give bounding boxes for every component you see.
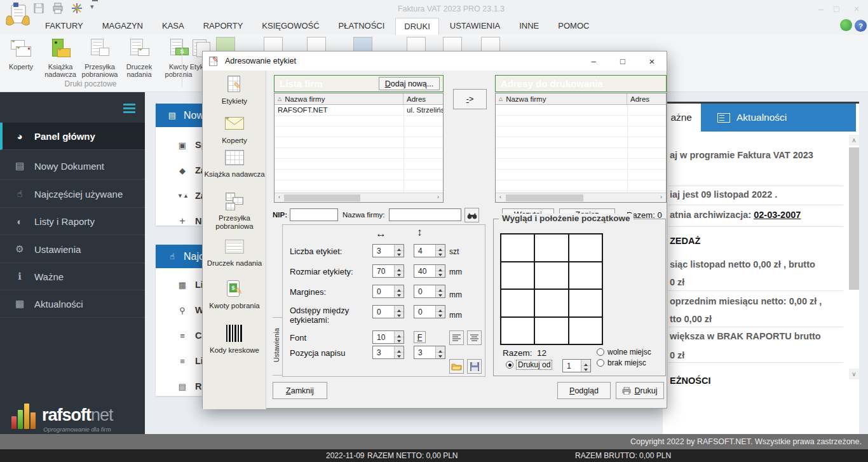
font-size-spinner[interactable]: 10 [372, 330, 404, 344]
align-left-button[interactable] [449, 330, 464, 345]
column-header-nazwa-firmy[interactable]: △ Nazwa firmy [275, 93, 403, 104]
menu-faktury[interactable]: FAKTURY [37, 18, 92, 35]
dialog-title-bar[interactable]: ✎ Adresowanie etykiet – □ × [203, 51, 667, 71]
print-icon[interactable] [52, 3, 64, 14]
font-button[interactable]: F [414, 331, 426, 343]
liczba-etykiet-y-spinner[interactable]: 4 [414, 244, 445, 257]
menu-raporty[interactable]: RAPORTY [195, 18, 252, 35]
ribbon-przesylka-pobraniowa[interactable]: Przesyłka pobraniowa [80, 37, 119, 78]
horizontal-scrollbar[interactable]: ‹ › [275, 193, 443, 202]
zamknij-button[interactable]: Zamknij [273, 382, 327, 399]
dodaj-nowa-button[interactable]: Dodaj nową... [379, 77, 440, 90]
brak-miejsc-radio[interactable]: brak miejsc [597, 358, 646, 367]
sort-icon: △ [278, 96, 281, 102]
scroll-right-icon[interactable]: › [657, 194, 665, 200]
hamburger-menu-icon[interactable] [123, 104, 135, 113]
nip-input[interactable] [290, 208, 338, 221]
pozycja-y-spinner[interactable]: 3 [414, 346, 445, 359]
news-scroll-thumb[interactable] [849, 147, 859, 290]
rail-item-druczek-nadania[interactable]: Druczek nadania [203, 238, 266, 268]
odstepy-label: Odstępy między etykietami: [290, 306, 369, 325]
news-scroll-down[interactable]: ∨ [849, 369, 859, 379]
liczba-etykiet-x-spinner[interactable]: 3 [372, 244, 404, 257]
ribbon-koperty[interactable]: Koperty [1, 37, 41, 71]
label-layout-grid[interactable] [500, 233, 603, 345]
drukuj-button[interactable]: Drukuj [616, 382, 664, 399]
rail-item-koperty[interactable]: Koperty [203, 115, 266, 145]
rail-item-przesylka-pobraniowa[interactable]: Przesyłka pobraniowa [203, 193, 266, 231]
globe-icon[interactable] [840, 19, 852, 31]
column-header-adres[interactable]: Adres [627, 93, 666, 104]
scroll-right-icon[interactable]: › [434, 194, 442, 200]
scroll-left-icon[interactable]: ‹ [275, 194, 283, 200]
sidebar-item-aktualnosci[interactable]: ▦ Aktualności [0, 290, 145, 318]
sidebar-item-najczesciej-uzywane[interactable]: ☝ Najczęściej używane [0, 180, 145, 208]
help-icon[interactable]: ? [855, 20, 867, 32]
menu-pomoc[interactable]: POMOC [550, 18, 597, 35]
ribbon-ksiazka-nadawcza[interactable]: Książka nadawcza [41, 37, 80, 78]
floppy-icon [470, 362, 479, 371]
dialog-close-button[interactable]: × [637, 51, 667, 71]
odstepy-x-spinner[interactable]: 0 [372, 305, 404, 318]
dialog-maximize-button[interactable]: □ [608, 51, 637, 71]
drukuj-od-spinner[interactable]: 1 [562, 359, 591, 372]
podglad-button[interactable]: Podgląd [557, 382, 611, 399]
news-line: większa w BRAK RAPORTU brutto [670, 331, 821, 341]
sidebar-item-nowy-dokument[interactable]: ▤ Nowy Dokument [0, 153, 145, 180]
scroll-left-icon[interactable]: ‹ [496, 194, 505, 200]
label-pencil-icon: ✎ [224, 76, 245, 95]
sidebar-item-ustawienia[interactable]: ⚙ Ustawienia [0, 236, 145, 263]
rail-item-kody-kreskowe[interactable]: Kody kreskowe [203, 325, 266, 355]
archive-date-link[interactable]: 02-03-2007 [754, 210, 801, 220]
sidebar-item-panel-glowny[interactable]: ◕ Panel główny [0, 123, 145, 150]
menu-magazyn[interactable]: MAGAZYN [94, 18, 151, 35]
menu-kasa[interactable]: KASA [154, 18, 193, 35]
margines-x-spinner[interactable]: 0 [372, 285, 404, 298]
table-row[interactable]: RAFSOFT.NET ul. Strzelińska [275, 105, 443, 116]
column-header-adres[interactable]: Adres [403, 93, 443, 104]
gear-icon: ⚙ [14, 243, 25, 255]
odstepy-y-spinner[interactable]: 0 [414, 305, 445, 318]
rail-item-etykiety[interactable]: ✎ Etykiety [203, 76, 266, 105]
radio-selected-icon [506, 361, 513, 369]
folder-icon [451, 362, 462, 370]
save-icon[interactable] [33, 3, 44, 14]
open-folder-button[interactable] [449, 359, 464, 374]
lista-firm-table[interactable]: △ Nazwa firmy Adres RAFSOFT.NET ul. Strz… [274, 93, 444, 203]
menu-druki[interactable]: DRUKI [395, 18, 438, 35]
wolne-miejsc-radio[interactable]: wolne miejsc [597, 348, 651, 357]
preview-legend: Wygląd i położenie początkowe [499, 214, 634, 223]
ustawienia-vertical-tab[interactable]: Ustawienia [273, 317, 283, 376]
menu-inne[interactable]: INNE [511, 18, 547, 35]
window-close-ghost: × [854, 4, 859, 14]
menu-platnosci[interactable]: PŁATNOŚCI [330, 18, 393, 35]
menu-ustawienia[interactable]: USTAWIENIA [442, 18, 508, 35]
nazwa-firmy-input[interactable] [389, 208, 461, 221]
margines-y-spinner[interactable]: 0 [414, 285, 445, 298]
save-file-button[interactable] [467, 359, 482, 374]
align-center-icon [470, 334, 478, 341]
tab-aktualnosci[interactable]: Aktualności [701, 104, 856, 132]
drukuj-od-radio[interactable]: Drukuj od [506, 360, 552, 369]
news-scroll-up[interactable]: ∧ [849, 135, 859, 146]
pozycja-x-spinner[interactable]: 3 [372, 346, 404, 359]
rail-item-kwoty-pobrania[interactable]: $ ✎ Kwoty pobrania [203, 280, 266, 310]
sidebar-item-wazne[interactable]: ℹ Ważne [0, 263, 145, 290]
style-brush-icon[interactable] [71, 3, 83, 14]
form-icon [224, 238, 245, 257]
align-center-button[interactable] [467, 330, 482, 345]
customize-quick-access-icon[interactable]: ▾ [90, 3, 102, 14]
ribbon-druczek-nadania[interactable]: Druczek nadania [119, 37, 159, 78]
money-pencil-icon: $ ✎ [224, 280, 245, 299]
rozmiar-y-spinner[interactable]: 40 [414, 264, 445, 278]
search-binoculars-button[interactable] [465, 208, 479, 222]
adresy-table[interactable]: △ Nazwa firmy Adres ‹ › [495, 93, 667, 203]
dialog-minimize-button[interactable]: – [579, 51, 608, 71]
sidebar-item-listy-i-raporty[interactable]: ◐ Listy i Raporty [0, 208, 145, 235]
rozmiar-x-spinner[interactable]: 70 [372, 264, 404, 278]
column-header-nazwa-firmy[interactable]: △ Nazwa firmy [496, 93, 627, 104]
transfer-right-button[interactable]: -> [453, 89, 487, 109]
menu-ksiegowosc[interactable]: KSIĘGOWOŚĆ [254, 18, 327, 35]
rail-item-ksiazka-nadawcza[interactable]: Książka nadawcza [203, 149, 266, 179]
horizontal-scrollbar[interactable]: ‹ › [496, 193, 666, 202]
